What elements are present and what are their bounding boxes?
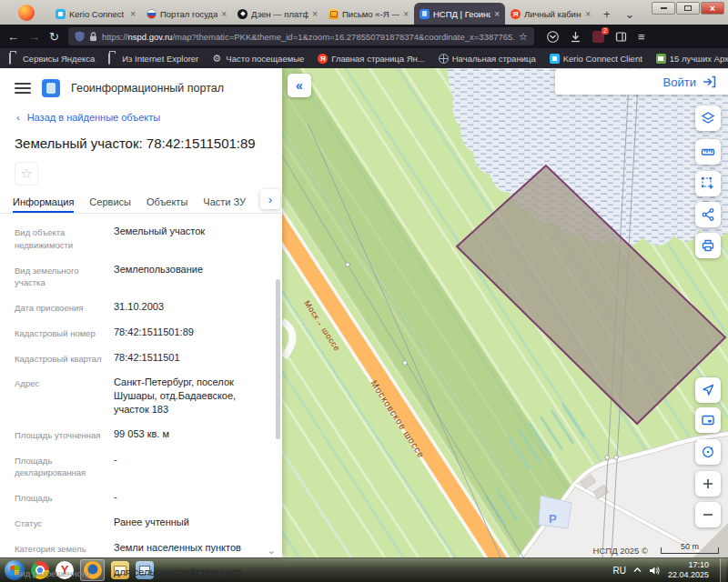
clock[interactable]: 17:10 22.04.2025 [668, 560, 713, 581]
minimize-button[interactable] [652, 2, 675, 15]
tab-title: Личный кабинет «П... [524, 9, 581, 19]
bookmark-frequent[interactable]: ⚙Часто посещаемые [212, 54, 304, 64]
scroll-down-icon[interactable]: ⌄ [268, 545, 276, 557]
locate-me-button[interactable] [695, 377, 721, 403]
tab-services[interactable]: Сервисы [89, 196, 131, 213]
chevron-right-icon: › [268, 193, 272, 206]
bookmark-start-page[interactable]: Начальная страница [439, 54, 536, 64]
field-row: Дата присвоения31.10.2003 [15, 300, 268, 315]
tab-objects[interactable]: Объекты [147, 196, 187, 213]
bookmark-yandex-services[interactable]: Сервисы Яндекса [9, 54, 95, 64]
browser-tab-kerio[interactable]: Kerio Connect Client × [50, 3, 141, 25]
login-button[interactable]: Войти [555, 69, 728, 95]
bookmark-label: Из Internet Explorer [122, 54, 198, 64]
back-to-results-link[interactable]: ‹ Назад в найденные объекты [0, 105, 282, 126]
field-label: Кадастровый номер [15, 326, 103, 340]
bookmark-architects[interactable]: 15 лучших Архитекту... [656, 54, 728, 64]
tabs-scroll-right-button[interactable]: › [260, 189, 280, 209]
favorite-star-button[interactable]: ☆ [15, 162, 38, 186]
select-area-button[interactable] [695, 171, 721, 196]
tab-title: НСПД | Геоинформ... [433, 9, 490, 19]
folder-icon [108, 53, 110, 65]
panel-collapse-button[interactable]: « [288, 74, 311, 97]
tray-expand-icon[interactable] [633, 567, 642, 573]
portal-title: Геоинформационный портал [71, 82, 224, 95]
panel-scrollbar[interactable] [276, 279, 280, 439]
extension-badged-icon[interactable]: 2 [592, 31, 604, 43]
new-tab-button[interactable]: + [596, 7, 618, 21]
download-icon[interactable] [570, 31, 581, 43]
pocket-icon[interactable] [547, 31, 559, 43]
tab-close-icon[interactable]: × [221, 9, 227, 19]
zoom-out-button[interactable] [695, 502, 721, 527]
map-canvas[interactable]: Р Моск→ шоссе Московское шоссе [282, 68, 728, 557]
reload-icon[interactable]: ↻ [49, 31, 59, 43]
maximize-button[interactable] [676, 2, 700, 15]
bookmark-from-ie[interactable]: Из Internet Explorer [108, 54, 198, 64]
nspd-icon [420, 9, 430, 19]
measure-button[interactable] [695, 139, 721, 165]
zoom-in-button[interactable] [695, 471, 721, 497]
panel-tabs: Информация Сервисы Объекты Части ЗУ Сост… [0, 187, 282, 214]
field-value: для сельскохозяйственного использования [103, 566, 268, 582]
map-scale-bar: 50 m [661, 547, 719, 554]
url-path: /map?thematic=PKK&theme_id=1&zoom=16.278… [172, 32, 514, 42]
field-row: Вид разрешенного использованиядля сельск… [15, 566, 268, 582]
extensions-puzzle-icon[interactable] [615, 31, 627, 43]
browser-tab-dzen[interactable]: Дзен — платформ... × [232, 3, 323, 25]
browser-tab-cabinet[interactable]: Я Личный кабинет «П... × [505, 3, 596, 25]
kerio-icon [56, 9, 66, 19]
url-bar[interactable]: https://nspd.gov.ru/map?thematic=PKK&the… [68, 27, 534, 45]
volume-icon[interactable] [649, 566, 661, 576]
field-value: Санкт-Петербург, поселок Шушары, отд.Бад… [103, 376, 268, 416]
tab-title: Kerio Connect Client [69, 9, 126, 19]
close-button[interactable]: × [701, 2, 724, 15]
window-controls: × [652, 2, 724, 15]
bookmark-label: Сервисы Яндекса [23, 54, 95, 64]
share-button[interactable] [695, 202, 721, 227]
field-row: Категория земельЗемли населенных пунктов [15, 541, 268, 556]
tab-information[interactable]: Информация [13, 196, 74, 213]
field-row: Площадь уточненная99 053 кв. м [15, 427, 268, 442]
minimap-icon [701, 413, 715, 427]
tab-close-icon[interactable]: × [403, 9, 409, 19]
menu-hamburger-icon[interactable] [15, 83, 31, 94]
language-indicator[interactable]: RU [613, 566, 626, 576]
browser-tab-nspd-active[interactable]: НСПД | Геоинформ... × [414, 3, 505, 25]
tracking-shield-icon[interactable] [75, 31, 85, 42]
firefox-app-icon[interactable] [18, 5, 35, 21]
tab-close-icon[interactable]: × [130, 9, 136, 19]
tab-overflow-button[interactable]: ⌄ [618, 7, 642, 21]
minus-icon [702, 508, 714, 521]
tab-close-icon[interactable]: × [585, 9, 591, 19]
share-icon [701, 207, 715, 222]
field-row: СтатусРанее учтенный [15, 516, 268, 530]
field-row: Кадастровый квартал78:42:1511501 [15, 351, 268, 366]
browser-tab-mail[interactable]: Письмо «-Я — про... × [323, 3, 414, 25]
minimap-button[interactable] [695, 407, 721, 433]
bookmark-star-icon[interactable]: ☆ [519, 32, 528, 42]
page-content: Геоинформационный портал ‹ Назад в найде… [0, 68, 728, 557]
lock-icon[interactable] [89, 32, 97, 42]
chevrons-left-icon: « [296, 78, 303, 93]
tab-parcel-parts[interactable]: Части ЗУ [203, 196, 246, 213]
tab-close-icon[interactable]: × [312, 9, 318, 19]
browser-tab-gosuslugi[interactable]: Портал государств... × [141, 3, 232, 25]
layers-button[interactable] [695, 105, 721, 131]
compass-tool-button[interactable] [695, 439, 721, 465]
field-label: Дата присвоения [15, 300, 103, 315]
show-desktop-button[interactable] [720, 558, 726, 582]
back-icon[interactable]: ← [7, 31, 19, 43]
folder-icon [9, 53, 11, 65]
forward-icon[interactable]: → [28, 31, 40, 43]
bookmarks-bar: Сервисы Яндекса Из Internet Explorer ⚙Ча… [0, 48, 728, 68]
nspd-logo-icon [42, 79, 60, 97]
bookmark-kerio[interactable]: Kerio Connect Client [550, 54, 642, 64]
print-button[interactable] [695, 233, 721, 258]
tab-close-icon[interactable]: × [494, 9, 500, 19]
url-text: https://nspd.gov.ru/map?thematic=PKK&the… [102, 32, 514, 42]
scale-label: 50 m [662, 542, 718, 551]
url-domain: nspd.gov.ru [127, 32, 172, 42]
bookmark-yandex-home[interactable]: ЯГлавная страница Ян... [318, 54, 424, 64]
menu-icon[interactable]: ≡ [638, 31, 645, 43]
